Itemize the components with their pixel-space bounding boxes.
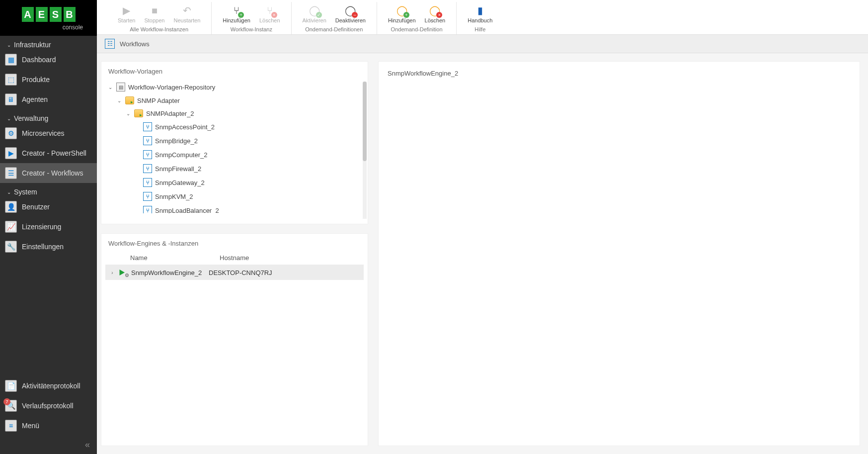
creator-powershell-icon: ▶ <box>5 147 17 159</box>
sidebar-item-creator-workflows[interactable]: ☰Creator - Workflows <box>0 163 97 183</box>
activate-defs-icon: ◯✓ <box>308 4 321 17</box>
ribbon-label: Stoppen <box>144 17 164 23</box>
workflow-icon: ⑂ <box>143 150 152 159</box>
history-log-icon: 🔍7 <box>5 400 17 412</box>
sidebar-item-label: Microservices <box>22 129 65 137</box>
folder-icon <box>125 96 134 104</box>
templates-panel: Workflow-Vorlagen ⌄▤Workflow-Vorlagen-Re… <box>101 61 368 224</box>
folder-icon <box>134 109 143 117</box>
tree-leaf-SnmpBridge_2[interactable]: ⑂SnmpBridge_2 <box>105 134 364 148</box>
add-def-icon: ◯+ <box>395 4 408 17</box>
delete-instance-button: ⑂×Löschen <box>255 3 284 24</box>
sidebar-item-label: Benutzer <box>22 203 50 211</box>
sidebar-item-users[interactable]: 👤Benutzer <box>0 197 97 217</box>
workflows-icon: ☷ <box>105 39 115 49</box>
nav-section-infrastruktur[interactable]: ⌄Infrastruktur <box>0 36 97 50</box>
sidebar-item-microservices[interactable]: ⚙Microservices <box>0 123 97 143</box>
ribbon-group: ▶Starten■Stoppen↶NeustartenAlle Workflow… <box>107 2 212 34</box>
sidebar-item-agents[interactable]: 🖥Agenten <box>0 90 97 109</box>
sidebar-item-settings[interactable]: 🔧Einstellungen <box>0 237 97 257</box>
tree-leaf-SnmpGateway_2[interactable]: ⑂SnmpGateway_2 <box>105 176 364 189</box>
products-icon: ⬚ <box>5 74 17 86</box>
sidebar-item-dashboard[interactable]: ▦Dashboard <box>0 50 97 70</box>
add-instance-button[interactable]: ⑂+Hinzufügen <box>219 3 254 24</box>
stop-all-icon: ■ <box>148 4 161 17</box>
sidebar-item-products[interactable]: ⬚Produkte <box>0 70 97 90</box>
sidebar-item-licensing[interactable]: 📈Lizensierung <box>0 217 97 237</box>
tree-toggle-icon[interactable]: ⌄ <box>116 98 122 103</box>
breadcrumb-label: Workflows <box>120 40 150 48</box>
templates-title: Workflow-Vorlagen <box>105 67 364 80</box>
nav-section-verwaltung[interactable]: ⌄Verwaltung <box>0 109 97 123</box>
tree-leaf-SnmpKVM_2[interactable]: ⑂SnmpKVM_2 <box>105 189 364 203</box>
users-icon: 👤 <box>5 201 17 213</box>
sidebar-item-label: Agenten <box>22 95 48 103</box>
breadcrumb: ☷ Workflows <box>97 35 868 53</box>
sidebar-item-creator-powershell[interactable]: ▶Creator - PowerShell <box>0 143 97 163</box>
brand-subtitle: console <box>0 24 97 31</box>
manual-button[interactable]: ▮Handbuch <box>464 3 496 24</box>
tree-label: SNMPAdapter_2 <box>146 110 194 117</box>
ribbon-label: Löschen <box>259 17 280 23</box>
tree-root[interactable]: ⌄▤Workflow-Vorlagen-Repository <box>105 80 364 94</box>
settings-icon: 🔧 <box>5 241 17 253</box>
add-instance-icon: ⑂+ <box>230 4 243 17</box>
start-all-button: ▶Starten <box>114 3 139 24</box>
repo-icon: ▤ <box>116 83 125 91</box>
tree-leaf-SnmpComputer_2[interactable]: ⑂SnmpComputer_2 <box>105 148 364 162</box>
tree-folder-snmpadapter2[interactable]: ⌄SNMPAdapter_2 <box>105 107 364 120</box>
deactivate-defs-icon: ◯– <box>344 4 357 17</box>
delete-def-button[interactable]: ◯×Löschen <box>421 3 450 24</box>
col-name: Name <box>130 254 220 262</box>
expand-icon[interactable]: › <box>107 270 117 275</box>
main: ▶Starten■Stoppen↶NeustartenAlle Workflow… <box>97 0 868 454</box>
tree-label: SnmpLoadBalancer_2 <box>155 207 219 214</box>
workflow-icon: ⑂ <box>143 122 152 131</box>
activate-defs-button: ◯✓Aktivieren <box>299 3 330 24</box>
ribbon-group-label: Workflow-Instanz <box>219 26 284 32</box>
sidebar-item-label: Creator - Workflows <box>22 169 83 177</box>
ribbon-group: ⑂+Hinzufügen⑂×LöschenWorkflow-Instanz <box>212 2 291 34</box>
sidebar-item-activity-log[interactable]: 📄Aktivitätenprotokoll <box>0 376 97 396</box>
collapse-sidebar-button[interactable]: « <box>0 436 97 454</box>
ribbon-toolbar: ▶Starten■Stoppen↶NeustartenAlle Workflow… <box>97 0 868 35</box>
delete-instance-icon: ⑂× <box>263 4 276 17</box>
detail-title: SnmpWorkflowEngine_2 <box>383 67 856 80</box>
creator-workflows-icon: ☰ <box>5 167 17 179</box>
ribbon-group-label: Hilfe <box>464 26 496 32</box>
tree-toggle-icon[interactable]: ⌄ <box>125 111 131 116</box>
sidebar-item-label: Dashboard <box>22 56 56 64</box>
sidebar: A E S B console ⌄Infrastruktur▦Dashboard… <box>0 0 97 454</box>
engines-panel: Workflow-Engines & -Instanzen Name Hostn… <box>101 233 368 446</box>
agents-icon: 🖥 <box>5 93 17 105</box>
restart-all-icon: ↶ <box>180 4 193 17</box>
add-def-button[interactable]: ◯+Hinzufügen <box>384 3 420 24</box>
workflow-icon: ⑂ <box>143 206 152 213</box>
sidebar-item-label: Menü <box>22 422 39 430</box>
stop-all-button: ■Stoppen <box>140 3 168 24</box>
tree-scrollbar[interactable] <box>363 82 367 219</box>
workflow-icon: ⑂ <box>143 192 152 201</box>
engine-row[interactable]: ›⚙SnmpWorkflowEngine_2DESKTOP-CNNQ7RJ <box>105 265 364 280</box>
tree-leaf-SnmpFirewall_2[interactable]: ⑂SnmpFirewall_2 <box>105 162 364 176</box>
engines-header: Name Hostname <box>105 252 364 265</box>
tree-leaf-SnmpAccessPoint_2[interactable]: ⑂SnmpAccessPoint_2 <box>105 120 364 134</box>
sidebar-item-label: Produkte <box>22 76 50 84</box>
tree-leaf-SnmpLoadBalancer_2[interactable]: ⑂SnmpLoadBalancer_2 <box>105 203 364 213</box>
licensing-icon: 📈 <box>5 221 17 233</box>
ribbon-label: Deaktivieren <box>335 17 366 23</box>
sidebar-item-menu[interactable]: ≡Menü <box>0 416 97 436</box>
manual-icon: ▮ <box>473 4 486 17</box>
start-all-icon: ▶ <box>120 4 133 17</box>
ribbon-group-label: Ondemand-Definition <box>384 26 449 32</box>
tree-label: SnmpKVM_2 <box>155 193 193 200</box>
nav-section-system[interactable]: ⌄System <box>0 183 97 197</box>
tree-folder-snmp-adapter[interactable]: ⌄SNMP Adapter <box>105 94 364 107</box>
deactivate-defs-button[interactable]: ◯–Deaktivieren <box>331 3 370 24</box>
menu-icon: ≡ <box>5 420 17 432</box>
sidebar-item-history-log[interactable]: 🔍7Verlaufsprotokoll <box>0 396 97 416</box>
ribbon-label: Starten <box>118 17 135 23</box>
ribbon-label: Neustarten <box>173 17 200 23</box>
sidebar-item-label: Lizensierung <box>22 223 61 231</box>
tree-toggle-icon[interactable]: ⌄ <box>107 85 113 90</box>
